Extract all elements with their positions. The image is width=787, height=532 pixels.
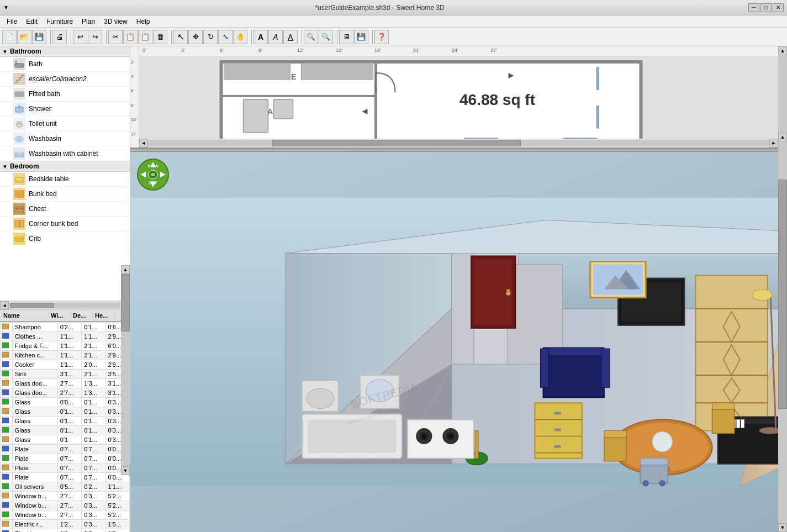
table-row[interactable]: Window b...2'7...0'3...5'2... [1, 510, 130, 520]
minimize-button[interactable]: ─ [748, 3, 759, 12]
tree-item-crib[interactable]: Crib [0, 231, 130, 246]
menu-edit[interactable]: Edit [22, 17, 42, 27]
table-row[interactable]: Sink3'1...2'1...3'5... [1, 370, 130, 379]
tree-item-shower[interactable]: Shower [0, 102, 130, 117]
export-button[interactable]: 💾 [354, 30, 368, 44]
table-cell-depth: 0'7... [82, 473, 105, 482]
resize-tool[interactable]: ⤡ [218, 30, 233, 44]
table-row[interactable]: Fridge & F...1'1...2'1...6'0... [1, 341, 130, 351]
tree-item-washbasin-cabinet[interactable]: Washbasin with cabinet [0, 146, 130, 161]
table-row[interactable]: Glass0'10'1...0'3... [1, 435, 130, 445]
table-row[interactable]: Shampoo0'2...0'1...0'6... [1, 323, 130, 332]
text-tool-3[interactable]: A [283, 30, 298, 44]
table-row[interactable]: Glass0'1...0'1...0'3... [1, 407, 130, 417]
table-cell-width: 2'7... [57, 388, 81, 398]
tree-item-toilet[interactable]: Toilet unit [0, 117, 130, 131]
scroll-thumb[interactable] [10, 303, 54, 308]
rotate-tool[interactable]: ↻ [203, 30, 218, 44]
print-button[interactable]: 🖨 [52, 30, 67, 44]
title-dropdown-arrow[interactable]: ▼ [3, 4, 9, 10]
table-scroll-down[interactable]: ▼ [121, 466, 130, 475]
move-tool[interactable]: ✥ [188, 30, 203, 44]
text-tool-1[interactable]: A [253, 30, 268, 44]
redo-button[interactable]: ↪ [88, 30, 102, 44]
plan-scroll-left[interactable]: ◄ [139, 139, 148, 148]
tree-item-fitted-bath[interactable]: Fitted bath [0, 87, 130, 102]
plan-hscroll-track[interactable] [148, 140, 769, 146]
3d-scroll-up[interactable]: ▲ [778, 133, 787, 141]
table-row[interactable]: Glass0'1...0'1...0'3... [1, 417, 130, 426]
table-cell-depth: 1'3... [82, 388, 105, 398]
close-button[interactable]: ✕ [773, 3, 784, 12]
plan-hscroll-thumb[interactable] [272, 140, 521, 146]
menu-help[interactable]: Help [132, 17, 155, 27]
table-row[interactable]: Plate0'7...0'7...0'0... [1, 463, 130, 473]
topview-button[interactable]: 🖥 [339, 30, 353, 44]
tree-item-corner-bunk[interactable]: Corner bunk bed [0, 217, 130, 231]
table-row[interactable]: Oil servers0'5...0'2...1'1... [1, 482, 130, 492]
table-row[interactable]: Kitchen c...1'1...2'1...2'9... [1, 351, 130, 360]
3d-vscroll-thumb[interactable] [778, 180, 787, 409]
svg-rect-140 [475, 431, 478, 459]
3d-view[interactable]: view per [130, 152, 787, 532]
table-scroll-thumb[interactable] [121, 274, 130, 331]
svg-point-122 [643, 481, 648, 486]
zoom-out-button[interactable]: 🔍 [319, 30, 333, 44]
tree-item-washbasin[interactable]: Washbasin [0, 131, 130, 146]
navigation-widget[interactable]: view per [137, 159, 169, 191]
plan-content[interactable]: CUISINE BAINS 46.88 sq ft [139, 56, 778, 148]
scroll-left-button[interactable]: ◄ [0, 301, 9, 310]
table-row[interactable]: Cooker1'1...2'0...2'9... [1, 360, 130, 370]
plan-scroll-up[interactable]: ▲ [778, 46, 787, 55]
delete-button[interactable]: 🗑 [153, 30, 167, 44]
tree-item-chest[interactable]: Chest [0, 202, 130, 217]
svg-rect-3 [15, 92, 23, 96]
table-row[interactable]: Window b...2'7...0'3...5'2... [1, 501, 130, 510]
paste-button[interactable]: 📋 [138, 30, 152, 44]
plan-scroll-right[interactable]: ► [769, 139, 778, 148]
table-scroll-up[interactable]: ▲ [121, 265, 130, 274]
category-bedroom[interactable]: ▼ Bedroom [0, 161, 130, 172]
svg-rect-34 [2, 418, 9, 423]
table-row[interactable]: Plate0'7...0'7...0'0... [1, 454, 130, 463]
undo-button[interactable]: ↩ [73, 30, 87, 44]
svg-rect-117 [604, 431, 626, 438]
table-row[interactable]: Plate0'7...0'7...0'0... [1, 473, 130, 482]
table-row[interactable]: Window b...2'7...0'3...5'2... [1, 492, 130, 501]
table-row[interactable]: Glass0'0...0'1...0'3... [1, 398, 130, 407]
table-row[interactable]: Glass0'1...0'1...0'3... [1, 426, 130, 435]
tree-item-bunk[interactable]: Bunk bed [0, 187, 130, 202]
table-row[interactable]: Glass doo...2'7...1'3...3'1... [1, 388, 130, 398]
tree-item-bath[interactable]: Bath [0, 57, 130, 72]
scroll-track[interactable] [10, 303, 120, 308]
table-cell-depth: 0'1... [82, 407, 105, 417]
table-row[interactable]: Glass doo...2'7...1'3...3'1... [1, 379, 130, 388]
table-row[interactable]: Electric r...1'2...0'3...1'5... [1, 529, 130, 533]
menu-plan[interactable]: Plan [77, 17, 99, 27]
new-button[interactable]: 📄 [2, 30, 17, 44]
menu-file[interactable]: File [2, 17, 22, 27]
copy-button[interactable]: 📋 [123, 30, 138, 44]
3d-scroll-down[interactable]: ▼ [778, 523, 787, 532]
select-tool[interactable]: ↖ [173, 30, 188, 44]
table-scroll-track[interactable] [121, 274, 130, 466]
plan-scroll-track-v[interactable] [778, 55, 787, 139]
table-row[interactable]: Plate0'7...0'7...0'0... [1, 445, 130, 454]
zoom-in-button[interactable]: 🔍 [304, 30, 318, 44]
open-button[interactable]: 📂 [17, 30, 31, 44]
tree-item-bedside[interactable]: Bedside table [0, 172, 130, 187]
help-button[interactable]: ❓ [374, 30, 389, 44]
menu-furniture[interactable]: Furniture [42, 17, 77, 27]
menu-3dview[interactable]: 3D view [99, 17, 132, 27]
tree-item-escalier[interactable]: escalierColimacon2 [0, 72, 130, 87]
svg-rect-24 [2, 324, 9, 329]
maximize-button[interactable]: □ [760, 3, 772, 12]
save-button[interactable]: 💾 [32, 30, 46, 44]
category-bathroom[interactable]: ▼ Bathroom [0, 46, 130, 57]
pan-tool[interactable]: 🤚 [233, 30, 247, 44]
table-row[interactable]: Clothes ...1'1...1'1...2'9... [1, 332, 130, 341]
cut-button[interactable]: ✂ [108, 30, 123, 44]
3d-vscroll-track[interactable] [778, 141, 787, 523]
text-tool-2[interactable]: A [268, 30, 283, 44]
table-row[interactable]: Electric r...1'2...0'3...1'5... [1, 520, 130, 529]
